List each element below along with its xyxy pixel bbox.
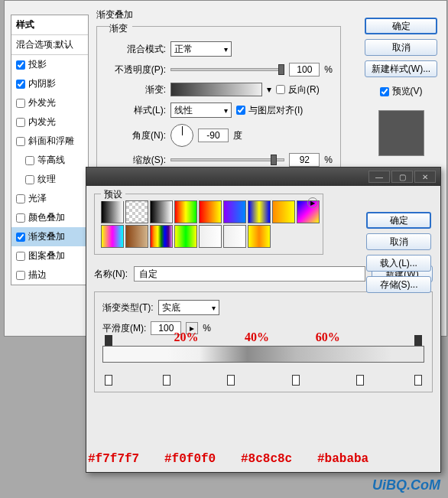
- gradient-stop-0[interactable]: [105, 335, 112, 346]
- editor-ok-button[interactable]: 确定: [366, 212, 431, 229]
- annotation-pct: 40%: [245, 330, 269, 344]
- type-label: 渐变类型(T):: [102, 301, 154, 314]
- style-checkbox[interactable]: [16, 233, 25, 242]
- preset-swatch-12[interactable]: [174, 225, 197, 248]
- opacity-input[interactable]: [289, 63, 320, 76]
- opacity-slider[interactable]: [170, 68, 284, 71]
- blend-options-header[interactable]: 混合选项:默认: [11, 35, 88, 55]
- preset-swatch-6[interactable]: [248, 200, 271, 223]
- type-select[interactable]: 实底: [158, 300, 219, 315]
- style-checkbox[interactable]: [16, 99, 25, 108]
- load-button[interactable]: 载入(L)...: [366, 255, 431, 272]
- style-checkbox[interactable]: [16, 137, 25, 146]
- gradient-stop-5[interactable]: [292, 375, 300, 386]
- blend-mode-label: 混合模式:: [105, 43, 166, 56]
- preset-swatch-10[interactable]: [125, 225, 148, 248]
- titlebar[interactable]: — ▢ ✕: [86, 168, 440, 186]
- gradient-stop-1[interactable]: [414, 335, 422, 346]
- group-label: 渐变: [109, 22, 132, 35]
- style-item-3[interactable]: 内发光: [11, 112, 88, 132]
- style-item-8[interactable]: 颜色叠加: [11, 208, 88, 227]
- close-icon[interactable]: ✕: [414, 171, 436, 183]
- scale-input[interactable]: [289, 153, 320, 167]
- save-button[interactable]: 存储(S)...: [366, 276, 431, 293]
- gradient-label: 渐变:: [105, 83, 166, 96]
- annotation-pct: 60%: [316, 330, 340, 344]
- gradient-stop-3[interactable]: [163, 375, 170, 386]
- preset-swatch-2[interactable]: [150, 200, 173, 223]
- name-label: 名称(N):: [94, 268, 128, 281]
- preset-swatch-14[interactable]: [223, 225, 246, 248]
- editor-cancel-button[interactable]: 取消: [366, 233, 431, 250]
- styles-list-panel: 样式 混合选项:默认 投影内阴影外发光内发光斜面和浮雕等高线纹理光泽颜色叠加渐变…: [11, 15, 89, 285]
- style-label: 外发光: [28, 96, 56, 109]
- preset-swatch-11[interactable]: [150, 225, 173, 248]
- style-item-11[interactable]: 描边: [11, 265, 88, 285]
- reverse-checkbox[interactable]: 反向(R): [276, 83, 320, 96]
- styles-header: 样式: [11, 15, 88, 35]
- style-checkbox[interactable]: [16, 60, 25, 70]
- cancel-button[interactable]: 取消: [365, 39, 437, 56]
- preset-swatch-9[interactable]: [101, 225, 124, 248]
- style-checkbox[interactable]: [16, 252, 25, 261]
- gradient-stop-7[interactable]: [414, 375, 422, 386]
- style-item-1[interactable]: 内阴影: [11, 74, 88, 93]
- style-item-4[interactable]: 斜面和浮雕: [11, 132, 88, 151]
- preset-label: 预设: [101, 188, 125, 201]
- preset-swatch-3[interactable]: [174, 200, 197, 223]
- style-checkbox[interactable]: [16, 271, 25, 280]
- style-checkbox[interactable]: [16, 213, 25, 223]
- style-label: 渐变叠加: [28, 230, 65, 243]
- angle-input[interactable]: [198, 129, 229, 142]
- preset-group: 预设 ▶: [94, 194, 323, 255]
- preset-swatch-15[interactable]: [248, 225, 271, 248]
- style-label: 颜色叠加: [28, 211, 65, 224]
- style-checkbox[interactable]: [16, 194, 25, 203]
- style-item-10[interactable]: 图案叠加: [11, 246, 88, 265]
- style-item-2[interactable]: 外发光: [11, 93, 88, 112]
- maximize-icon[interactable]: ▢: [391, 171, 413, 183]
- style-item-0[interactable]: 投影: [11, 55, 88, 74]
- angle-unit: 度: [233, 129, 242, 142]
- preset-swatch-5[interactable]: [223, 200, 246, 223]
- preview-checkbox[interactable]: 预览(V): [365, 85, 437, 98]
- gradient-stop-6[interactable]: [356, 375, 364, 386]
- preset-swatch-4[interactable]: [199, 200, 222, 223]
- style-item-6[interactable]: 纹理: [11, 170, 88, 189]
- ok-button[interactable]: 确定: [365, 18, 437, 34]
- preview-swatch: [378, 110, 424, 156]
- gradient-stop-4[interactable]: [227, 375, 235, 386]
- scale-slider[interactable]: [170, 158, 284, 161]
- watermark: UiBQ.CoM: [372, 477, 440, 493]
- new-style-button[interactable]: 新建样式(W)...: [365, 60, 437, 77]
- style-label: 等高线: [37, 154, 65, 167]
- minimize-icon[interactable]: —: [368, 171, 390, 183]
- style-item-7[interactable]: 光泽: [11, 189, 88, 208]
- annotation-hex: #f7f7f7: [88, 452, 139, 466]
- annotation-hex: #f0f0f0: [164, 452, 216, 466]
- align-checkbox[interactable]: 与图层对齐(I): [236, 104, 303, 117]
- style-label: 纹理: [37, 173, 56, 186]
- style-checkbox[interactable]: [16, 118, 25, 127]
- preset-swatch-13[interactable]: [199, 225, 222, 248]
- gradient-dropdown-icon[interactable]: ▾: [267, 84, 271, 95]
- preset-menu-icon[interactable]: ▶: [307, 197, 318, 208]
- preset-swatch-0[interactable]: [101, 200, 124, 223]
- blend-mode-select[interactable]: 正常: [170, 41, 232, 57]
- angle-dial[interactable]: [170, 124, 193, 147]
- gradient-group: 渐变 混合模式: 正常 不透明度(P): % 渐变: ▾ 反向(R) 样式(L)…: [96, 26, 341, 181]
- preset-swatch-7[interactable]: [272, 200, 295, 223]
- style-select[interactable]: 线性: [170, 103, 232, 118]
- gradient-bar[interactable]: 20%40%60%: [102, 346, 424, 384]
- style-checkbox[interactable]: [25, 175, 34, 184]
- gradient-stop-2[interactable]: [105, 375, 112, 386]
- angle-label: 角度(N):: [105, 129, 166, 142]
- name-input[interactable]: [134, 266, 365, 282]
- style-item-5[interactable]: 等高线: [11, 151, 88, 170]
- gradient-picker[interactable]: [170, 83, 262, 96]
- preset-swatch-1[interactable]: [125, 200, 148, 223]
- style-checkbox[interactable]: [25, 156, 34, 165]
- style-item-9[interactable]: 渐变叠加: [11, 227, 88, 246]
- scale-unit: %: [324, 155, 333, 165]
- style-checkbox[interactable]: [16, 80, 25, 89]
